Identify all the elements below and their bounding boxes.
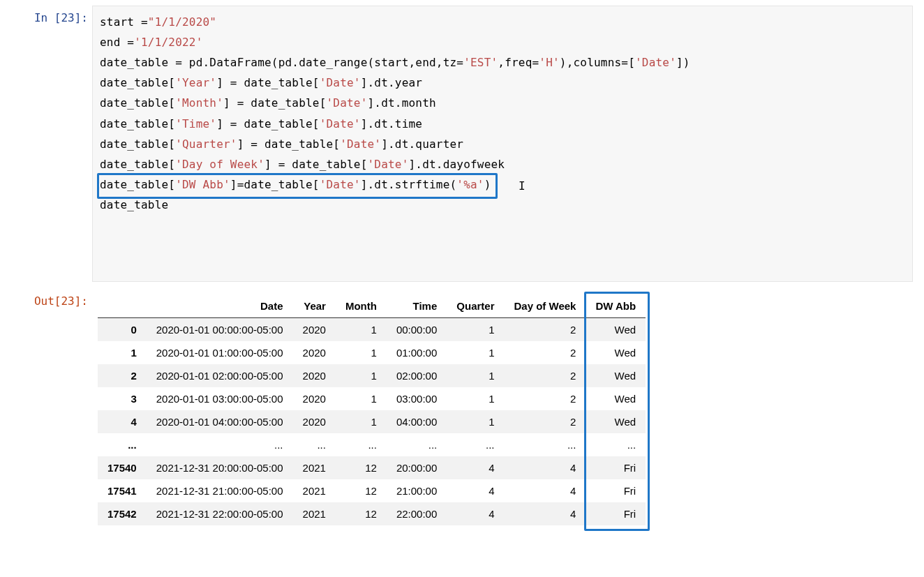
cell-dow: 2: [504, 387, 586, 410]
code-line: date_table[: [100, 178, 175, 191]
cell-time: 02:00:00: [387, 364, 447, 387]
table-row: 12020-01-01 01:00:00-05:002020101:00:001…: [98, 341, 646, 364]
table-row: 22020-01-01 02:00:00-05:002020102:00:001…: [98, 364, 646, 387]
table-row: 175422021-12-31 22:00:00-05:0020211222:0…: [98, 502, 646, 525]
code-string: 'Date': [635, 56, 676, 69]
cell-year: 2020: [293, 318, 336, 342]
cell-dwabb: Wed: [586, 387, 646, 410]
code-line: ].dt.time: [361, 117, 423, 130]
cell-time: 22:00:00: [387, 502, 447, 525]
cell-time: ...: [387, 433, 447, 456]
cell-time: 04:00:00: [387, 410, 447, 433]
output-prompt: Out[23]:: [11, 289, 92, 308]
cell-month: 1: [336, 387, 387, 410]
code-line: end =: [100, 36, 134, 49]
cell-dwabb: Wed: [586, 410, 646, 433]
dataframe-table: Date Year Month Time Quarter Day of Week…: [98, 294, 646, 525]
cell-dow: ...: [504, 433, 586, 456]
cell-dow: 4: [504, 479, 586, 502]
header-month: Month: [336, 294, 387, 318]
header-year: Year: [293, 294, 336, 318]
input-cell: In [23]: start ="1/1/2020" end ='1/1/202…: [11, 6, 913, 282]
code-string: 'Date': [320, 76, 361, 89]
code-string: 'EST': [463, 56, 498, 69]
code-line: ),columns=[: [560, 56, 635, 69]
table-row: ........................: [98, 433, 646, 456]
cell-month: 12: [336, 502, 387, 525]
code-editor[interactable]: start ="1/1/2020" end ='1/1/2022' date_t…: [92, 6, 913, 282]
cell-dow: 4: [504, 502, 586, 525]
dataframe-wrap: Date Year Month Time Quarter Day of Week…: [92, 294, 646, 525]
code-line: ].dt.quarter: [381, 137, 463, 151]
table-row: 175402021-12-31 20:00:00-05:0020211220:0…: [98, 456, 646, 479]
row-index: ...: [98, 433, 147, 456]
cell-dwabb: Wed: [586, 341, 646, 364]
row-index: 17540: [98, 456, 147, 479]
code-string: 'Day of Week': [175, 158, 264, 171]
code-string: 'Quarter': [175, 137, 237, 151]
header-index: [98, 294, 147, 318]
cell-year: 2021: [293, 502, 336, 525]
table-header-row: Date Year Month Time Quarter Day of Week…: [98, 294, 646, 318]
cell-year: ...: [293, 433, 336, 456]
cell-month: 12: [336, 456, 387, 479]
cell-quarter: 1: [447, 318, 504, 342]
cell-dwabb: Fri: [586, 456, 646, 479]
cell-quarter: 4: [447, 456, 504, 479]
table-row: 02020-01-01 00:00:00-05:002020100:00:001…: [98, 318, 646, 342]
cell-year: 2020: [293, 364, 336, 387]
cell-month: 12: [336, 479, 387, 502]
code-line: ]): [676, 56, 690, 69]
cell-month: 1: [336, 318, 387, 342]
code-string: 'Date': [320, 117, 361, 130]
code-line: ,freq=: [498, 56, 539, 69]
cell-year: 2020: [293, 410, 336, 433]
code-string: 'Date': [320, 178, 361, 191]
code-string: 'DW Abb': [175, 178, 230, 191]
code-string: 'Date': [340, 137, 381, 151]
code-line: ] = date_table[: [237, 137, 341, 151]
code-string: '1/1/2022': [134, 36, 202, 49]
code-line: ].dt.dayofweek: [409, 158, 505, 171]
table-row: 32020-01-01 03:00:00-05:002020103:00:001…: [98, 387, 646, 410]
cell-time: 01:00:00: [387, 341, 447, 364]
row-index: 4: [98, 410, 147, 433]
code-line: ] = date_table[: [264, 158, 368, 171]
code-line: ]=date_table[: [230, 178, 320, 191]
header-quarter: Quarter: [447, 294, 504, 318]
cell-date: 2021-12-31 21:00:00-05:00: [147, 479, 293, 502]
cell-time: 20:00:00: [387, 456, 447, 479]
cell-dwabb: Fri: [586, 479, 646, 502]
cell-date: 2020-01-01 03:00:00-05:00: [147, 387, 293, 410]
cell-quarter: 1: [447, 364, 504, 387]
cell-dow: 2: [504, 318, 586, 342]
cell-date: 2020-01-01 04:00:00-05:00: [147, 410, 293, 433]
cell-date: 2020-01-01 02:00:00-05:00: [147, 364, 293, 387]
cell-month: 1: [336, 341, 387, 364]
code-line: date_table[: [100, 137, 175, 151]
row-index: 1: [98, 341, 147, 364]
header-dayofweek: Day of Week: [504, 294, 586, 318]
row-index: 2: [98, 364, 147, 387]
cell-dow: 2: [504, 341, 586, 364]
output-cell: Out[23]: Date Year Month Time Quarter Da…: [11, 289, 913, 527]
cell-month: 1: [336, 410, 387, 433]
cell-quarter: 4: [447, 502, 504, 525]
code-string: 'Month': [175, 96, 223, 110]
row-index: 17541: [98, 479, 147, 502]
cell-month: ...: [336, 433, 387, 456]
cell-time: 00:00:00: [387, 318, 447, 342]
code-line: ] = date_table[: [223, 96, 327, 110]
code-line: date_table: [100, 198, 168, 211]
header-dwabb: DW Abb: [586, 294, 646, 318]
cell-quarter: 4: [447, 479, 504, 502]
code-line: ].dt.strftime(: [361, 178, 457, 191]
cell-quarter: ...: [447, 433, 504, 456]
code-line: date_table[: [100, 96, 175, 110]
cell-date: 2021-12-31 20:00:00-05:00: [147, 456, 293, 479]
row-index: 3: [98, 387, 147, 410]
cell-dwabb: ...: [586, 433, 646, 456]
code-string: 'Date': [368, 158, 409, 171]
cell-quarter: 1: [447, 341, 504, 364]
code-line: start =: [100, 15, 148, 29]
